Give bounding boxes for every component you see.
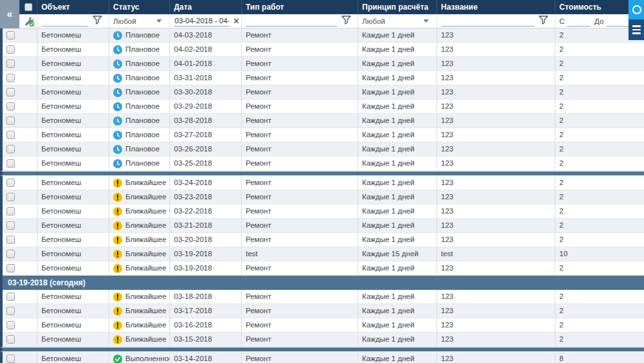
status-cell: Плановое <box>109 114 169 128</box>
cost-cell: 2 <box>555 142 644 157</box>
work-type-cell: Ремонт <box>241 233 358 247</box>
clock-icon <box>113 159 122 168</box>
row-select-cell <box>3 247 37 261</box>
search-icon <box>628 0 644 19</box>
row-checkbox[interactable] <box>6 307 15 315</box>
search-button[interactable] <box>628 0 644 19</box>
collapse-panel-button[interactable]: « <box>0 0 19 28</box>
row-checkbox[interactable] <box>6 321 15 329</box>
row-checkbox[interactable] <box>6 221 15 230</box>
date-range-filter-input[interactable] <box>174 16 230 27</box>
row-checkbox[interactable] <box>6 355 15 363</box>
table-row[interactable]: БетономешБлижайшее03-24-2018РемонтКаждые… <box>0 176 644 190</box>
object-cell: Бетономеш <box>37 219 109 233</box>
table-row[interactable]: БетономешПлановое04-02-2018РемонтКаждые … <box>0 43 644 57</box>
name-cell: 123 <box>436 204 555 219</box>
work-type-cell: Ремонт <box>241 219 358 233</box>
table-row[interactable]: БетономешПлановое03-30-2018РемонтКаждые … <box>0 85 644 100</box>
table-row[interactable]: БетономешВыполненное03-14-2018РемонтКажд… <box>0 352 644 363</box>
cost-cell: 2 <box>555 233 644 247</box>
funnel-icon[interactable] <box>341 16 351 27</box>
object-cell: Бетономеш <box>37 114 109 128</box>
table-row[interactable]: БетономешБлижайшее03-20-2018РемонтКаждые… <box>0 233 644 247</box>
table-row[interactable]: БетономешБлижайшее03-16-2018РемонтКаждые… <box>0 318 644 333</box>
row-select-cell <box>3 333 37 347</box>
row-checkbox[interactable] <box>6 250 15 258</box>
object-cell: Бетономеш <box>37 318 109 333</box>
table-row[interactable]: БетономешБлижайшее03-18-2018РемонтКаждые… <box>0 290 644 304</box>
row-checkbox[interactable] <box>6 45 15 54</box>
work-type-filter-input[interactable] <box>246 16 338 27</box>
row-checkbox[interactable] <box>6 292 15 301</box>
row-checkbox[interactable] <box>6 264 15 272</box>
clock-icon <box>113 88 122 97</box>
status-filter-select[interactable]: Любой <box>113 17 169 25</box>
table-row[interactable]: БетономешБлижайшее03-15-2018РемонтКаждые… <box>0 333 644 347</box>
date-cell: 03-17-2018 <box>169 304 241 318</box>
table-row[interactable]: БетономешПлановое03-31-2018РемонтКаждые … <box>0 71 644 85</box>
table-row[interactable]: БетономешПлановое03-29-2018РемонтКаждые … <box>0 100 644 114</box>
table-row[interactable]: БетономешБлижайшее03-19-2018РемонтКаждые… <box>0 261 644 276</box>
cost-cell: 2 <box>555 114 644 128</box>
name-cell: 123 <box>436 333 555 347</box>
table-row[interactable]: БетономешПлановое03-27-2018РемонтКаждые … <box>0 128 644 142</box>
principle-cell: Каждые 1 дней <box>358 114 436 128</box>
principle-cell: Каждые 15 дней <box>358 247 436 261</box>
row-checkbox[interactable] <box>6 145 15 153</box>
cost-cell: 2 <box>555 204 644 219</box>
work-type-cell: Ремонт <box>241 57 358 71</box>
row-checkbox[interactable] <box>6 179 15 187</box>
status-label: Выполненное <box>125 352 169 363</box>
name-cell: 123 <box>436 43 555 57</box>
table-row[interactable]: БетономешБлижайшее03-19-2018testКаждые 1… <box>0 247 644 261</box>
row-checkbox[interactable] <box>6 159 15 168</box>
row-checkbox[interactable] <box>6 116 15 125</box>
table-row[interactable]: БетономешБлижайшее03-22-2018РемонтКаждые… <box>0 204 644 219</box>
filter-principle: Любой <box>358 14 436 28</box>
funnel-icon[interactable] <box>539 16 548 27</box>
row-checkbox[interactable] <box>6 60 15 68</box>
cost-to-input[interactable] <box>606 16 630 27</box>
row-checkbox[interactable] <box>6 335 15 344</box>
row-checkbox[interactable] <box>6 74 15 82</box>
principle-filter-select[interactable]: Любой <box>362 17 436 25</box>
column-header-status[interactable]: Статус <box>109 0 169 14</box>
row-checkbox[interactable] <box>6 193 15 201</box>
object-cell: Бетономеш <box>37 176 109 190</box>
row-checkbox[interactable] <box>6 207 15 215</box>
row-select-cell <box>3 290 37 304</box>
table-row[interactable]: БетономешПлановое04-03-2018РемонтКаждые … <box>0 28 644 43</box>
funnel-icon[interactable] <box>92 16 102 27</box>
select-all-checkbox[interactable] <box>25 3 32 11</box>
column-header-work-type[interactable]: Тип работ <box>241 0 358 14</box>
principle-cell: Каждые 1 дней <box>358 190 436 204</box>
table-row[interactable]: БетономешПлановое03-28-2018РемонтКаждые … <box>0 114 644 128</box>
status-filter-value: Любой <box>113 17 136 25</box>
table-row[interactable]: БетономешПлановое03-26-2018РемонтКаждые … <box>0 142 644 157</box>
row-checkbox[interactable] <box>6 102 15 111</box>
object-cell: Бетономеш <box>37 43 109 57</box>
row-checkbox[interactable] <box>6 236 15 244</box>
row-select-cell <box>3 157 37 171</box>
column-header-name[interactable]: Название <box>436 0 555 14</box>
row-checkbox[interactable] <box>6 88 15 96</box>
row-select-cell <box>3 318 37 333</box>
object-filter-input[interactable] <box>41 16 89 27</box>
cost-from-input[interactable] <box>567 16 590 27</box>
column-header-principle[interactable]: Принцип расчёта <box>358 0 436 14</box>
clear-date-icon[interactable]: ✕ <box>233 17 240 25</box>
table-row[interactable]: БетономешПлановое04-01-2018РемонтКаждые … <box>0 57 644 71</box>
column-header-object[interactable]: Объект <box>37 0 109 14</box>
row-checkbox[interactable] <box>6 131 15 139</box>
table-row[interactable]: БетономешПлановое03-25-2018РемонтКаждые … <box>0 157 644 171</box>
menu-button[interactable] <box>628 19 644 40</box>
table-row[interactable]: БетономешБлижайшее03-17-2018РемонтКаждые… <box>0 304 644 318</box>
name-filter-input[interactable] <box>441 16 535 27</box>
column-header-date[interactable]: Дата <box>169 0 241 14</box>
wrench-check-icon[interactable] <box>23 16 35 27</box>
table-row[interactable]: БетономешБлижайшее03-23-2018РемонтКаждые… <box>0 190 644 204</box>
exclamation-icon <box>113 179 122 188</box>
table-row[interactable]: БетономешБлижайшее03-21-2018РемонтКаждые… <box>0 219 644 233</box>
row-checkbox[interactable] <box>6 31 15 39</box>
row-select-cell <box>3 43 37 57</box>
